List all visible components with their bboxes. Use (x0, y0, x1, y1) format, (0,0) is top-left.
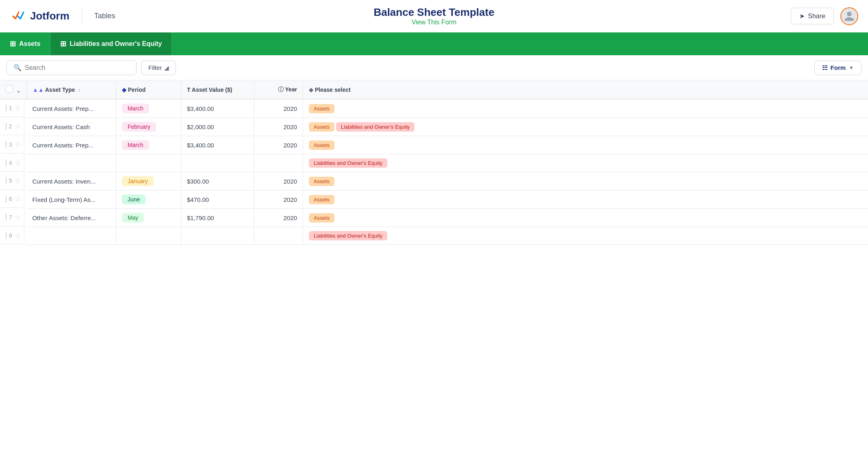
row-checkbox[interactable] (6, 141, 7, 148)
table-row: 3 ☆ Current Assets: Prep... March $3,400… (0, 136, 868, 154)
table-body: 1 ☆ Current Assets: Prep... March $3,400… (0, 99, 868, 245)
row-checkbox[interactable] (6, 104, 7, 112)
row-star[interactable]: ☆ (15, 213, 21, 222)
row-num: 2 (9, 123, 12, 130)
tab-liabilities[interactable]: ⊞ Liabilities and Owner's Equity (50, 32, 172, 55)
assets-tab-icon: ⊞ (10, 39, 16, 48)
row-tags: Liabilities and Owner's Equity (303, 154, 868, 172)
row-period: March (116, 136, 181, 154)
year-col-icon: ⓘ (278, 86, 284, 93)
row-check-cell: 2 ☆ (0, 118, 24, 135)
row-checkbox[interactable] (6, 123, 7, 130)
row-year (254, 227, 303, 245)
row-period: February (116, 118, 181, 136)
row-tags: Liabilities and Owner's Equity (303, 227, 868, 245)
row-num: 6 (9, 196, 12, 202)
row-year: 2020 (254, 99, 303, 118)
sort-down-icon: ⌄ (16, 88, 21, 94)
row-asset-type: Current Assets: Prep... (26, 136, 116, 154)
row-year: 2020 (254, 172, 303, 190)
row-num: 4 (9, 160, 12, 166)
form-label: Form (831, 64, 846, 71)
row-asset-type (26, 154, 116, 172)
table-header: ⌄ ▲▲ Asset Type ↕ ◆ Period T Asset Value… (0, 80, 868, 99)
row-num: 8 (9, 232, 12, 239)
row-star[interactable]: ☆ (15, 176, 21, 185)
row-year: 2020 (254, 136, 303, 154)
form-button[interactable]: ☷ Form ▼ (814, 61, 861, 75)
period-badge: May (122, 213, 144, 223)
row-star[interactable]: ☆ (15, 195, 21, 203)
row-checkbox[interactable] (6, 177, 7, 184)
share-button[interactable]: ➤ Share (791, 8, 834, 24)
search-box[interactable]: 🔍 (7, 60, 137, 75)
row-year: 2020 (254, 118, 303, 136)
row-num: 7 (9, 214, 12, 221)
header-checkbox[interactable] (6, 85, 13, 93)
row-star[interactable]: ☆ (15, 104, 21, 113)
avatar[interactable] (840, 7, 858, 25)
data-table: ⌄ ▲▲ Asset Type ↕ ◆ Period T Asset Value… (0, 80, 868, 245)
header: Jotform Tables Balance Sheet Template Vi… (0, 0, 868, 32)
table-row: 4 ☆ Liabilities and Owner's Equity (0, 154, 868, 172)
row-check-cell: 7 ☆ (0, 209, 24, 226)
table-row: 6 ☆ Fixed (Long-Term) As... June $470.00… (0, 190, 868, 209)
th-asset-value: T Asset Value ($) (181, 80, 254, 99)
nav-tables-label[interactable]: Tables (94, 12, 115, 20)
row-star[interactable]: ☆ (15, 158, 21, 167)
row-asset-value (181, 227, 254, 245)
row-star[interactable]: ☆ (15, 122, 21, 131)
liabilities-tab-icon: ⊞ (60, 39, 66, 48)
row-year (254, 154, 303, 172)
row-tags: Assets (303, 172, 868, 190)
row-star[interactable]: ☆ (15, 231, 21, 240)
filter-button[interactable]: Filter ◢ (141, 61, 176, 75)
row-checkbox[interactable] (6, 195, 7, 203)
row-asset-type: Other Assets: Deferre... (26, 209, 116, 227)
header-row: ⌄ ▲▲ Asset Type ↕ ◆ Period T Asset Value… (0, 80, 868, 99)
row-asset-type: Current Assets: Cash (26, 118, 116, 136)
period-badge: February (122, 122, 156, 132)
row-checkbox[interactable] (6, 214, 7, 221)
search-input[interactable] (25, 64, 130, 71)
view-form-link[interactable]: View This Form (373, 19, 494, 26)
asset-sort-icon: ↕ (78, 87, 81, 93)
header-center: Balance Sheet Template View This Form (373, 6, 494, 26)
table-row: 7 ☆ Other Assets: Deferre... May $1,790.… (0, 209, 868, 227)
row-period (116, 154, 181, 172)
period-badge: March (122, 104, 149, 113)
row-check-cell: 4 ☆ (0, 154, 24, 172)
period-col-icon: ◆ (122, 87, 126, 93)
tag: Liabilities and Owner's Equity (309, 158, 387, 168)
row-period: January (116, 172, 181, 190)
row-check-cell: 1 ☆ (0, 100, 24, 117)
row-star[interactable]: ☆ (15, 140, 21, 149)
row-check-cell: 5 ☆ (0, 172, 24, 190)
row-period: May (116, 209, 181, 227)
row-num: 1 (9, 105, 12, 111)
share-icon: ➤ (799, 12, 805, 20)
table-row: 8 ☆ Liabilities and Owner's Equity (0, 227, 868, 245)
user-icon (844, 11, 855, 22)
table-row: 5 ☆ Current Assets: Inven... January $30… (0, 172, 868, 190)
row-tags: AssetsLiabilities and Owner's Equity (303, 118, 868, 136)
tag: Assets (309, 213, 334, 223)
search-icon: 🔍 (13, 64, 22, 71)
table-row: 1 ☆ Current Assets: Prep... March $3,400… (0, 99, 868, 118)
row-checkbox[interactable] (6, 159, 7, 167)
select-col-icon: ◆ (309, 87, 313, 93)
row-check-cell: 3 ☆ (0, 136, 24, 154)
tag: Assets (309, 195, 334, 204)
header-divider (82, 9, 82, 24)
tab-bar: ⊞ Assets ⊞ Liabilities and Owner's Equit… (0, 32, 868, 55)
row-asset-value: $3,400.00 (181, 99, 254, 118)
tab-assets[interactable]: ⊞ Assets (0, 32, 50, 55)
row-year: 2020 (254, 190, 303, 209)
row-tags: Assets (303, 136, 868, 154)
row-checkbox[interactable] (6, 232, 7, 239)
row-tags: Assets (303, 190, 868, 209)
page-title: Balance Sheet Template (373, 6, 494, 19)
row-check-cell: 8 ☆ (0, 227, 24, 244)
tag: Liabilities and Owner's Equity (309, 231, 387, 240)
share-label: Share (808, 13, 825, 20)
